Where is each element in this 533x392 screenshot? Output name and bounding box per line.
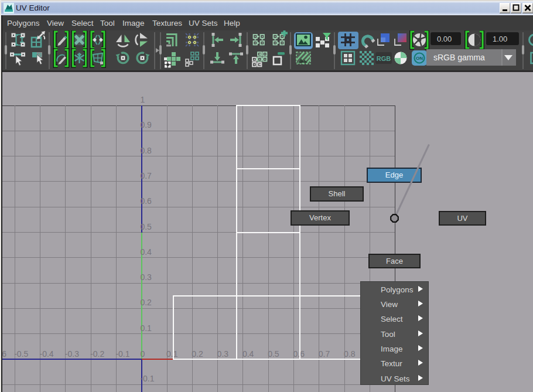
svg-text:1.00: 1.00 [493, 35, 507, 43]
svg-text:0.2: 0.2 [140, 298, 152, 307]
svg-text:0.8: 0.8 [140, 146, 152, 155]
svg-text:-0.1: -0.1 [140, 374, 154, 383]
svg-text:1: 1 [140, 95, 145, 104]
svg-text:0.5: 0.5 [140, 222, 152, 231]
svg-text:0.6: 0.6 [140, 196, 152, 206]
svg-text:0.4: 0.4 [242, 349, 254, 359]
svg-text:-0.6: -0.6 [2, 349, 6, 359]
svg-text:0.6: 0.6 [293, 349, 305, 359]
svg-text:0.3: 0.3 [140, 272, 152, 282]
svg-text:ON: ON [416, 56, 423, 61]
svg-text:sRGB gamma: sRGB gamma [433, 53, 485, 62]
svg-text:0.4: 0.4 [140, 247, 152, 257]
svg-text:-0.1: -0.1 [115, 349, 129, 359]
svg-text:0: 0 [140, 349, 145, 359]
svg-text:RGB: RGB [377, 55, 391, 62]
svg-text:-0.3: -0.3 [65, 349, 79, 359]
svg-text:0.8: 0.8 [344, 349, 356, 359]
svg-text:0.9: 0.9 [140, 120, 152, 129]
svg-text:-0.5: -0.5 [14, 349, 28, 359]
svg-text:0.1: 0.1 [140, 323, 152, 333]
svg-text:-0.4: -0.4 [40, 349, 54, 359]
svg-text:0.5: 0.5 [268, 349, 279, 359]
svg-text:0.7: 0.7 [140, 171, 152, 180]
svg-text:-0.2: -0.2 [90, 349, 104, 359]
svg-text:0.7: 0.7 [319, 349, 330, 359]
svg-text:0.2: 0.2 [192, 349, 203, 359]
svg-text:0.1: 0.1 [166, 349, 178, 359]
svg-text:0.3: 0.3 [217, 349, 229, 359]
svg-text:0.00: 0.00 [437, 35, 452, 43]
